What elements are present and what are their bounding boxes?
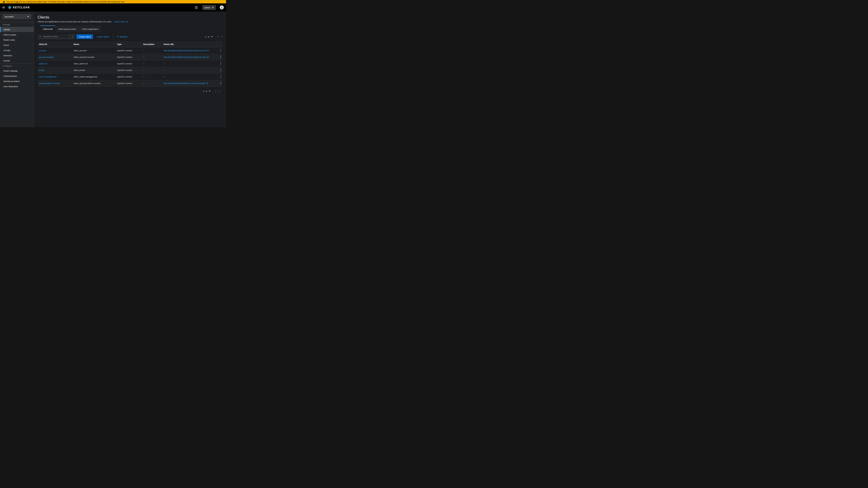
sidebar-item-realm-settings[interactable]: Realm settings — [0, 68, 34, 73]
client-id-link[interactable]: broker — [39, 69, 45, 71]
sidebar-item-sessions[interactable]: Sessions — [0, 53, 34, 58]
row-actions-menu[interactable] — [219, 80, 222, 87]
user-menu-label: admin — [204, 6, 210, 9]
sidebar-item-users[interactable]: Users — [0, 42, 34, 48]
client-type: OpenID Connect — [116, 67, 142, 74]
page-description: Clients are applications and services th… — [37, 20, 222, 23]
client-id-link[interactable]: account-console — [39, 56, 54, 58]
col-description: Description — [142, 41, 162, 47]
search-icon — [39, 35, 41, 38]
svg-point-18 — [220, 76, 221, 77]
client-type: OpenID Connect — [116, 61, 142, 67]
page-title: Clients — [37, 15, 222, 20]
search-submit[interactable] — [69, 34, 74, 39]
svg-point-6 — [220, 50, 221, 51]
sidebar-item-groups[interactable]: Groups — [0, 48, 34, 53]
warning-icon — [3, 0, 5, 3]
avatar[interactable] — [220, 5, 224, 9]
page-range: 1 - 6 — [203, 90, 207, 92]
client-name: client_admin-cli — [72, 61, 116, 67]
table-row: accountclient_accountOpenID Connect–http… — [37, 47, 222, 54]
client-id-link[interactable]: account — [39, 50, 46, 52]
client-description: – — [142, 74, 162, 80]
tab-initial-access-token[interactable]: Initial access token — [55, 26, 79, 32]
refresh-button[interactable]: Refresh — [115, 34, 129, 39]
row-actions-menu[interactable] — [219, 74, 222, 80]
svg-point-14 — [220, 69, 221, 69]
client-description: – — [142, 47, 162, 54]
external-link-icon — [207, 50, 209, 52]
table-row: account-consoleclient_account-consoleOpe… — [37, 54, 222, 61]
caret-down-icon[interactable] — [209, 90, 211, 92]
hamburger-icon[interactable] — [2, 6, 5, 9]
import-client-button[interactable]: Import client — [95, 34, 111, 39]
client-id-link[interactable]: realm-management — [39, 76, 57, 78]
table-row: realm-managementclient_realm-managementO… — [37, 74, 222, 80]
sidebar-item-realm-roles[interactable]: Realm roles — [0, 37, 34, 42]
search-input-wrapper — [37, 34, 69, 39]
sidebar-item-events[interactable]: Events — [0, 58, 34, 63]
client-name: client_broker — [72, 67, 116, 74]
svg-point-7 — [220, 51, 221, 52]
realm-selector[interactable]: my-realm — [3, 14, 31, 19]
svg-point-8 — [220, 56, 221, 56]
user-menu[interactable]: admin — [202, 5, 216, 10]
header: KEYCLOAK admin — [0, 3, 226, 11]
client-home-url: http://localhost:8000/admin/my-realm/con… — [162, 80, 219, 87]
client-name: client_security-admin-console — [72, 80, 116, 87]
pager-prev[interactable] — [217, 36, 219, 37]
home-url-link[interactable]: http://localhost:8000/admin/my-realm/con… — [164, 82, 208, 85]
sidebar-item-user-federation[interactable]: User federation — [0, 84, 34, 89]
pager-prev[interactable] — [215, 90, 217, 92]
svg-point-13 — [220, 64, 221, 65]
client-description: – — [142, 80, 162, 87]
client-type: OpenID Connect — [116, 80, 142, 87]
pager-next[interactable] — [218, 90, 220, 92]
sidebar-item-client-scopes[interactable]: Client scopes — [0, 32, 34, 37]
client-type: OpenID Connect — [116, 47, 142, 54]
client-home-url: http://localhost:8000/realms/my-realm/ac… — [162, 54, 219, 61]
client-id-link[interactable]: security-admin-console — [39, 82, 60, 85]
client-description: – — [142, 67, 162, 74]
sidebar-item-authentication[interactable]: Authentication — [0, 73, 34, 78]
sidebar-item-clients[interactable]: Clients — [0, 27, 34, 32]
tab-clients-list[interactable]: Clients list — [40, 26, 55, 32]
pager-next[interactable] — [221, 36, 222, 37]
row-actions-menu[interactable] — [219, 67, 222, 74]
help-button[interactable] — [194, 5, 198, 9]
client-home-url: – — [162, 67, 219, 74]
row-actions-menu[interactable] — [219, 54, 222, 61]
logo-text: KEYCLOAK — [13, 6, 30, 9]
client-home-url: – — [162, 61, 219, 67]
caret-down-icon[interactable] — [211, 36, 213, 37]
client-name: client_realm-management — [72, 74, 116, 80]
caret-down-icon — [27, 16, 29, 18]
client-id-link[interactable]: admin-cli — [39, 63, 47, 65]
svg-point-10 — [220, 58, 221, 58]
row-actions-menu[interactable] — [219, 47, 222, 54]
learn-more-link[interactable]: Learn more — [114, 20, 128, 23]
svg-point-5 — [220, 49, 221, 50]
svg-point-11 — [220, 62, 221, 63]
content: Clients Clients are applications and ser… — [34, 11, 226, 127]
table-row: admin-cliclient_admin-cliOpenID Connect–… — [37, 61, 222, 67]
caret-down-icon — [212, 7, 214, 8]
create-client-button[interactable]: Create client — [76, 34, 93, 39]
sidebar-item-identity-providers[interactable]: Identity providers — [0, 78, 34, 84]
tab-client-registration[interactable]: Client registration — [79, 26, 101, 32]
client-description: – — [142, 61, 162, 67]
svg-point-22 — [220, 84, 221, 84]
warning-banner: You are logged in as a temporary admin u… — [0, 0, 226, 3]
client-name: client_account-console — [72, 54, 116, 61]
search-input[interactable] — [43, 35, 67, 38]
logo[interactable]: KEYCLOAK — [8, 5, 30, 9]
col-type: Type — [116, 41, 142, 47]
svg-point-12 — [220, 63, 221, 64]
page-range: 1 - 6 — [205, 35, 209, 38]
client-description: – — [142, 54, 162, 61]
row-actions-menu[interactable] — [219, 61, 222, 67]
svg-point-9 — [220, 57, 221, 57]
home-url-link[interactable]: http://localhost:8000/realms/my-realm/ac… — [164, 50, 209, 52]
client-home-url: http://localhost:8000/realms/my-realm/ac… — [162, 47, 219, 54]
home-url-link[interactable]: http://localhost:8000/realms/my-realm/ac… — [164, 56, 209, 58]
